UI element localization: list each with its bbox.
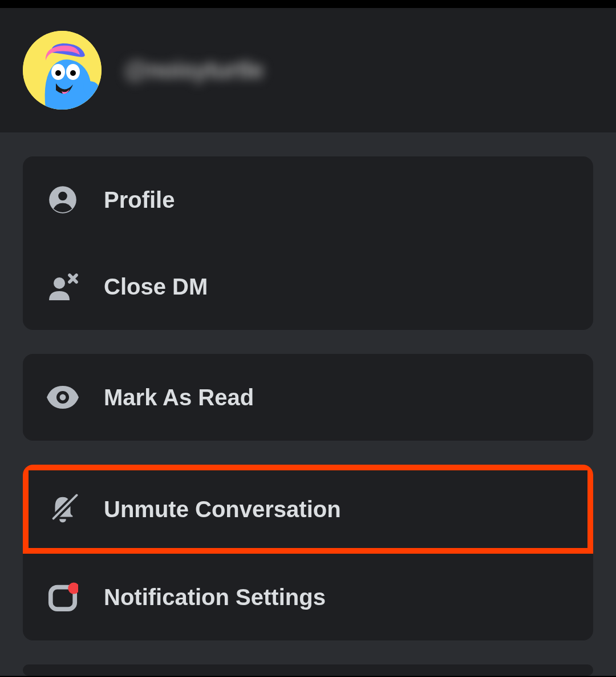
menu-group-3: Unmute Conversation Notification Setting… [23, 465, 593, 640]
bell-off-icon [46, 492, 80, 526]
avatar-illustration [23, 31, 102, 110]
svg-point-11 [60, 394, 66, 401]
close-dm-item[interactable]: Close DM [23, 243, 593, 330]
svg-point-7 [54, 277, 65, 289]
avatar[interactable] [23, 31, 102, 110]
window-top-edge [0, 0, 616, 8]
menu-group-2: Mark As Read [23, 354, 593, 441]
close-dm-label: Close DM [104, 274, 570, 300]
profile-label: Profile [104, 187, 570, 213]
unmute-label: Unmute Conversation [104, 497, 570, 522]
svg-point-4 [70, 70, 76, 76]
menu-body: Profile Close DM [0, 132, 616, 676]
menu-group-4-partial [23, 664, 593, 676]
eye-icon [46, 380, 80, 414]
notification-settings-item[interactable]: Notification Settings [23, 554, 593, 640]
notification-settings-icon [46, 580, 80, 614]
mark-as-read-label: Mark As Read [104, 385, 570, 410]
mark-as-read-item[interactable]: Mark As Read [23, 354, 593, 441]
svg-point-3 [55, 70, 61, 76]
profile-item[interactable]: Profile [23, 156, 593, 243]
user-header: @noisyturtle [0, 8, 616, 132]
user-remove-icon [46, 269, 80, 304]
unmute-conversation-item[interactable]: Unmute Conversation [23, 465, 593, 554]
username-text: @noisyturtle [124, 57, 264, 84]
notification-settings-label: Notification Settings [104, 585, 570, 610]
profile-icon [46, 183, 80, 217]
menu-group-1: Profile Close DM [23, 156, 593, 330]
svg-point-6 [58, 192, 67, 201]
svg-point-14 [68, 583, 78, 594]
